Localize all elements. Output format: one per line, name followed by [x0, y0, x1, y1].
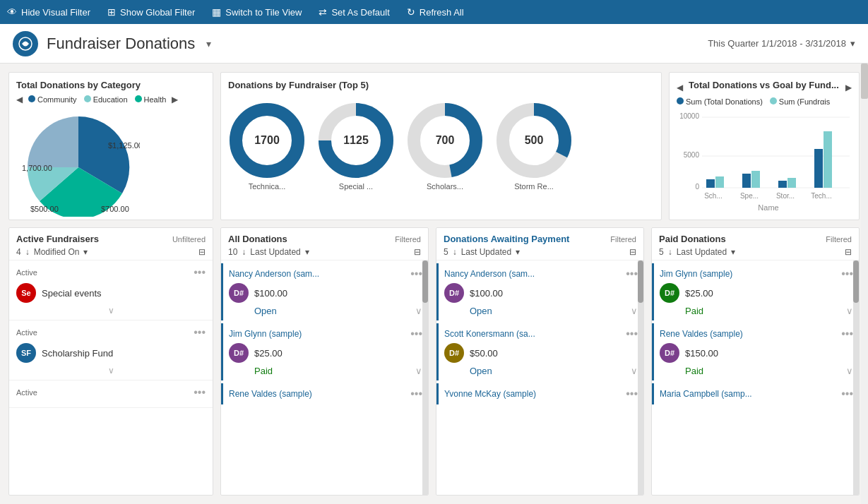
expand-icon[interactable]: ∨	[631, 306, 638, 316]
donation-link-0[interactable]: Nancy Anderson (sam...	[229, 269, 319, 279]
donut-label-0: Technica...	[249, 182, 286, 191]
donation-status-1[interactable]: Paid	[254, 366, 273, 376]
fundraiser-status-1: Active	[16, 328, 37, 337]
scrollbar-thumb	[853, 260, 859, 303]
expand-icon[interactable]: ∨	[631, 366, 638, 376]
expand-icon[interactable]: ∨	[415, 306, 422, 316]
sort-chevron-icon[interactable]: ▾	[305, 247, 309, 257]
expand-icon[interactable]: ∨	[846, 306, 853, 316]
donut-label-1: Special ...	[339, 182, 373, 191]
more-options-icon[interactable]: •••	[410, 388, 422, 400]
donut-chart-card: Donations by Fundraiser (Top 5) 1700 Tec…	[220, 72, 662, 220]
more-options-icon[interactable]: •••	[194, 266, 206, 279]
fundraisers-filter-icon[interactable]: ⊟	[198, 247, 206, 257]
awaiting-sort-field[interactable]: Last Updated	[461, 247, 511, 257]
title-dropdown-icon[interactable]: ▾	[206, 38, 211, 49]
paid-status-1[interactable]: Paid	[685, 366, 703, 376]
list-item: Nancy Anderson (sam... ••• D# $100.00 Op…	[221, 263, 428, 320]
bar-nav-left[interactable]: ◀	[677, 83, 683, 92]
header-left: Fundraiser Donations ▾	[13, 31, 211, 56]
list-item: Active •••	[9, 380, 213, 408]
awaiting-link-2[interactable]: Yvonne McKay (sample)	[444, 389, 536, 399]
paid-link-2[interactable]: Maria Campbell (samp...	[660, 389, 752, 399]
donation-link-2[interactable]: Rene Valdes (sample)	[229, 389, 312, 399]
fundraiser-expand-0[interactable]: ∨	[16, 306, 206, 316]
hide-visual-filter-label: Hide Visual Filter	[21, 7, 90, 18]
pie-nav-left[interactable]: ◀	[16, 95, 23, 104]
scrollbar-track[interactable]	[422, 260, 428, 495]
expand-icon[interactable]: ∨	[415, 366, 422, 376]
switch-tile-label: Switch to Tile View	[225, 7, 302, 18]
awaiting-body: Nancy Anderson (sam... ••• D# $100.00 Op…	[436, 260, 643, 495]
avatar-d: D#	[660, 343, 679, 363]
more-options-icon[interactable]: •••	[410, 328, 422, 340]
donut-item-1: 1125 Special ...	[317, 102, 395, 191]
pie-nav-right[interactable]: ▶	[172, 95, 178, 104]
paid-filter-icon[interactable]: ⊟	[845, 247, 852, 257]
more-options-icon[interactable]: •••	[194, 386, 206, 399]
svg-text:Spe...: Spe...	[740, 192, 759, 200]
page-scrollbar-track[interactable]	[861, 64, 868, 504]
hide-visual-filter-btn[interactable]: 👁 Hide Visual Filter	[7, 6, 90, 18]
paid-status-0[interactable]: Paid	[685, 306, 703, 316]
svg-rect-24	[715, 176, 724, 188]
list-item: Yvonne McKay (sample) •••	[436, 383, 643, 404]
more-options-icon[interactable]: •••	[626, 328, 638, 340]
bar-chart-nav: ◀ Total Donations vs Goal by Fund... ▶	[677, 80, 852, 95]
more-options-icon[interactable]: •••	[841, 328, 853, 340]
list-item: Jim Glynn (sample) ••• D# $25.00 Paid ∨	[652, 263, 859, 320]
awaiting-amount-0: $100.00	[470, 288, 503, 299]
awaiting-filter-icon[interactable]: ⊟	[629, 247, 636, 257]
more-options-icon[interactable]: •••	[410, 268, 422, 280]
awaiting-link-0[interactable]: Nancy Anderson (sam...	[444, 269, 535, 279]
avatar-d: D#	[229, 343, 249, 363]
date-range-chevron[interactable]: ▾	[850, 38, 855, 49]
paid-title: Paid Donations	[659, 234, 726, 244]
more-options-icon[interactable]: •••	[841, 268, 853, 280]
svg-text:1700: 1700	[254, 134, 280, 146]
donation-link-1[interactable]: Jim Glynn (sample)	[229, 329, 302, 339]
pie-area: 1,700.00 $1,125.00 $500.00 $700.00	[16, 107, 206, 217]
sort-chevron-icon[interactable]: ▾	[516, 247, 520, 257]
awaiting-link-1[interactable]: Scott Konersmann (sa...	[444, 329, 535, 339]
paid-link-1[interactable]: Rene Valdes (sample)	[660, 329, 743, 339]
refresh-btn[interactable]: ↻ Refresh All	[407, 6, 464, 18]
awaiting-amount-1: $50.00	[470, 348, 498, 359]
bar-nav-right[interactable]: ▶	[845, 83, 852, 92]
all-donations-body: Nancy Anderson (sam... ••• D# $100.00 Op…	[221, 260, 428, 495]
awaiting-status-0[interactable]: Open	[470, 306, 492, 316]
paid-sort-field[interactable]: Last Updated	[677, 247, 727, 257]
awaiting-header: Donations Awaiting Payment Filtered 5 ↓ …	[436, 228, 643, 260]
donation-status-0[interactable]: Open	[254, 306, 277, 316]
paid-link-0[interactable]: Jim Glynn (sample)	[660, 269, 732, 279]
svg-rect-29	[814, 149, 823, 188]
scrollbar-track[interactable]	[853, 260, 859, 495]
sort-chevron-icon[interactable]: ▾	[731, 247, 735, 257]
all-donations-sort-field[interactable]: Last Updated	[250, 247, 300, 257]
expand-icon[interactable]: ∨	[846, 366, 853, 376]
date-range-selector[interactable]: This Quarter 1/1/2018 - 3/31/2018 ▾	[708, 38, 855, 49]
svg-rect-26	[751, 171, 760, 188]
more-options-icon[interactable]: •••	[841, 388, 853, 400]
fundraisers-controls: 4 ↓ Modified On ▾ ⊟	[16, 247, 206, 257]
all-donations-filter-icon[interactable]: ⊟	[414, 247, 421, 257]
scrollbar-track[interactable]	[638, 260, 643, 495]
switch-tile-view-btn[interactable]: ▦ Switch to Tile View	[212, 6, 302, 18]
show-global-filter-btn[interactable]: ⊞ Show Global Filter	[107, 6, 195, 18]
sort-chevron-icon[interactable]: ▾	[83, 247, 88, 257]
pie-svg: 1,700.00 $1,125.00 $500.00 $700.00	[16, 107, 140, 217]
fundraiser-expand-1[interactable]: ∨	[16, 366, 206, 376]
fundraisers-sort-field[interactable]: Modified On	[34, 247, 80, 257]
donation-amount-0: $100.00	[254, 288, 287, 299]
donut-chart-title: Donations by Fundraiser (Top 5)	[228, 80, 654, 90]
set-default-btn[interactable]: ⇄ Set As Default	[319, 6, 389, 18]
set-default-label: Set As Default	[331, 7, 389, 18]
paid-badge: Filtered	[826, 235, 852, 244]
more-options-icon[interactable]: •••	[626, 388, 638, 400]
list-item: Scott Konersmann (sa... ••• D# $50.00 Op…	[436, 323, 643, 380]
more-options-icon[interactable]: •••	[626, 268, 638, 280]
more-options-icon[interactable]: •••	[194, 326, 206, 339]
awaiting-payment-panel: Donations Awaiting Payment Filtered 5 ↓ …	[436, 227, 644, 496]
paid-donations-panel: Paid Donations Filtered 5 ↓ Last Updated…	[651, 227, 860, 496]
awaiting-status-1[interactable]: Open	[470, 366, 492, 376]
